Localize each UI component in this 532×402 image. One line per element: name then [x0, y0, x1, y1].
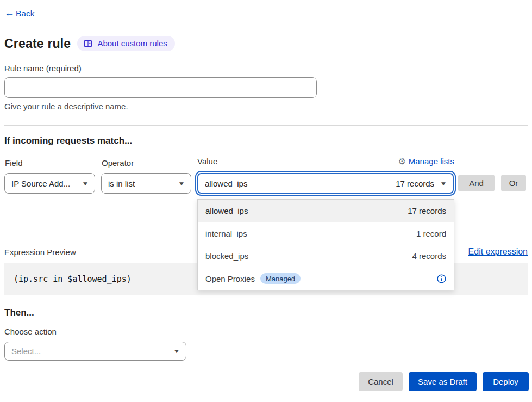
list-option-name: allowed_ips: [205, 206, 248, 215]
save-as-draft-button[interactable]: Save as Draft: [409, 372, 477, 391]
operator-label: Operator: [102, 158, 134, 168]
chevron-down-icon: ▼: [440, 181, 447, 187]
list-option-open-proxies[interactable]: Open Proxies Managed: [198, 268, 454, 290]
section-divider: [4, 125, 528, 126]
field-select[interactable]: IP Source Add... ▼: [4, 173, 95, 194]
field-label: Field: [5, 158, 23, 168]
about-badge-label: About custom rules: [97, 39, 167, 48]
list-option-meta: 4 records: [412, 251, 446, 261]
back-arrow-icon: ←: [4, 8, 15, 18]
managed-badge: Managed: [260, 273, 301, 284]
book-icon: [84, 39, 92, 48]
value-select-value: allowed_ips: [205, 179, 247, 188]
and-button[interactable]: And: [458, 175, 495, 191]
match-heading: If incoming requests match...: [4, 135, 132, 146]
list-option-blocked-ips[interactable]: blocked_ips 4 records: [198, 245, 454, 268]
manage-lists-label: Manage lists: [409, 157, 454, 166]
action-select[interactable]: Select... ▼: [4, 342, 186, 361]
info-icon[interactable]: [437, 274, 446, 283]
list-option-meta: 1 record: [416, 229, 446, 238]
then-heading: Then...: [4, 307, 34, 318]
rule-name-label: Rule name (required): [4, 64, 82, 73]
edit-expression-link[interactable]: Edit expression: [468, 247, 528, 257]
rule-name-input[interactable]: [4, 77, 317, 98]
field-select-value: IP Source Add...: [11, 179, 70, 188]
list-option-name: blocked_ips: [205, 251, 248, 261]
rule-name-helper: Give your rule a descriptive name.: [4, 102, 128, 111]
action-select-placeholder: Select...: [11, 347, 41, 356]
list-option-internal-ips[interactable]: internal_ips 1 record: [198, 222, 454, 245]
list-dropdown: allowed_ips 17 records internal_ips 1 re…: [197, 199, 454, 290]
list-option-allowed-ips[interactable]: allowed_ips 17 records: [198, 200, 454, 222]
list-option-name: internal_ips: [205, 229, 247, 238]
manage-lists-link[interactable]: ⚙ Manage lists: [398, 157, 454, 166]
expression-preview-label: Expression Preview: [4, 248, 76, 257]
page-title: Create rule: [4, 36, 71, 51]
cancel-button[interactable]: Cancel: [359, 372, 403, 391]
list-option-meta: 17 records: [408, 206, 446, 215]
about-custom-rules-badge[interactable]: About custom rules: [77, 36, 174, 51]
operator-select[interactable]: is in list ▼: [101, 173, 191, 194]
choose-action-label: Choose action: [4, 327, 57, 336]
back-link[interactable]: ← Back: [4, 8, 34, 18]
value-header: Value ⚙ Manage lists: [197, 157, 454, 166]
value-label: Value: [197, 157, 217, 166]
or-button[interactable]: Or: [501, 175, 526, 191]
chevron-down-icon: ▼: [82, 181, 89, 187]
chevron-down-icon: ▼: [173, 348, 180, 354]
value-select-meta: 17 records: [396, 179, 434, 188]
chevron-down-icon: ▼: [178, 181, 185, 187]
deploy-button[interactable]: Deploy: [483, 372, 529, 391]
list-option-name: Open Proxies: [205, 274, 255, 283]
gear-icon: ⚙: [398, 157, 405, 166]
value-select[interactable]: allowed_ips 17 records ▼: [197, 173, 454, 194]
back-label: Back: [16, 9, 34, 18]
title-row: Create rule About custom rules: [4, 36, 175, 51]
operator-select-value: is in list: [108, 179, 135, 188]
